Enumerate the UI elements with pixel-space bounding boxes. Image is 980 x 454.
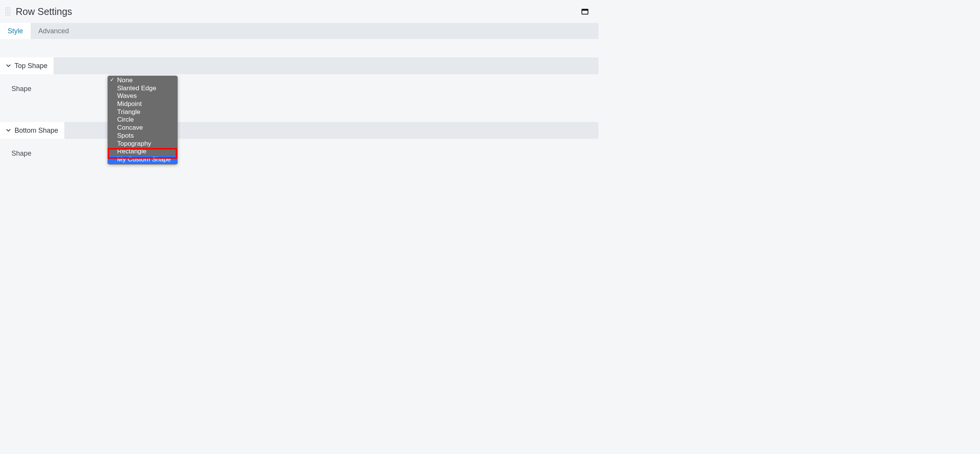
dropdown-option-slanted-edge[interactable]: Slanted Edge: [108, 85, 178, 93]
field-top-shape: Shape: [0, 74, 598, 104]
section-top-shape-title: Top Shape: [15, 62, 47, 70]
section-bottom-shape-title: Bottom Shape: [15, 127, 58, 135]
section-top-shape-toggle[interactable]: Top Shape: [0, 57, 54, 74]
dropdown-option-concave[interactable]: Concave: [108, 124, 178, 132]
chevron-down-icon: [6, 129, 11, 132]
shape-dropdown-menu: None Slanted Edge Waves Midpoint Triangl…: [108, 76, 178, 164]
tabs-bar: Style Advanced: [0, 23, 598, 39]
field-bottom-shape: Shape: [0, 139, 598, 168]
panel-header: Row Settings: [0, 0, 598, 23]
chevron-down-icon: [6, 64, 11, 67]
dropdown-option-rectangle[interactable]: Rectangle: [108, 148, 178, 156]
section-top-shape-row: Top Shape: [0, 57, 598, 74]
field-top-shape-label: Shape: [11, 85, 111, 93]
drag-handle-icon[interactable]: [5, 7, 10, 16]
dropdown-option-midpoint[interactable]: Midpoint: [108, 100, 178, 108]
field-bottom-shape-label: Shape: [11, 150, 111, 158]
dropdown-option-my-custom-shape[interactable]: My Custom Shape: [108, 156, 178, 164]
section-bottom-shape-row: Bottom Shape: [0, 122, 598, 139]
dropdown-option-waves[interactable]: Waves: [108, 92, 178, 100]
responsive-icon[interactable]: [581, 9, 588, 15]
dropdown-option-spots[interactable]: Spots: [108, 132, 178, 140]
tab-style[interactable]: Style: [0, 23, 31, 39]
content-area: Top Shape Shape Bottom Shape Shape: [0, 39, 598, 168]
dropdown-option-none[interactable]: None: [108, 76, 178, 85]
panel-title: Row Settings: [16, 6, 581, 17]
tab-advanced[interactable]: Advanced: [31, 23, 77, 39]
dropdown-option-circle[interactable]: Circle: [108, 116, 178, 124]
dropdown-option-triangle[interactable]: Triangle: [108, 108, 178, 116]
dropdown-option-topography[interactable]: Topography: [108, 140, 178, 148]
section-bottom-shape-toggle[interactable]: Bottom Shape: [0, 122, 64, 139]
